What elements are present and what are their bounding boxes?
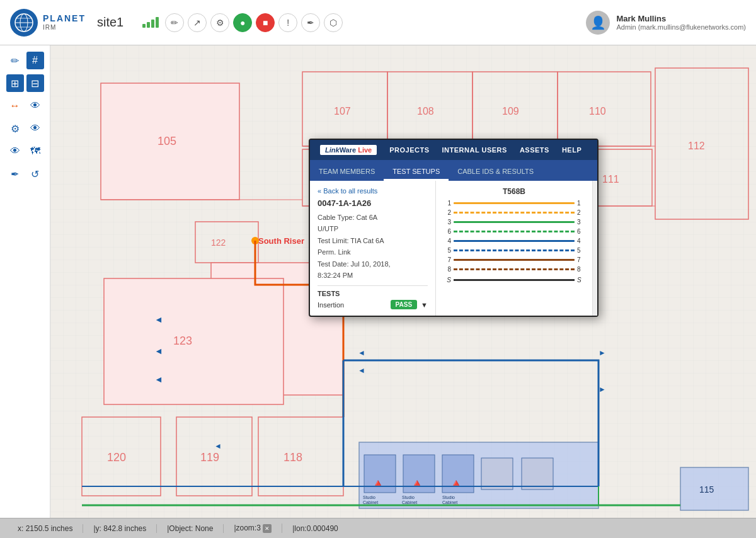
wire-num-1r: 1 xyxy=(577,200,586,207)
svg-rect-62 xyxy=(680,467,748,510)
tab-test-setups[interactable]: TEST SETUPS xyxy=(384,164,449,181)
wiring-title: T568B xyxy=(442,187,586,196)
test-dropdown[interactable]: ▼ xyxy=(421,301,428,309)
popup-body: « Back to all results 0047-1A-1A26 Cable… xyxy=(310,181,597,316)
wire-num-2l: 2 xyxy=(442,209,451,216)
edit-icon[interactable]: ✏ xyxy=(165,13,184,32)
status-zoom: |zoom:3 ✕ xyxy=(224,524,282,533)
stop-icon[interactable]: ■ xyxy=(256,13,275,32)
svg-rect-35 xyxy=(104,278,284,404)
shuffle-button[interactable]: ↔ xyxy=(6,97,24,115)
wire-line-1 xyxy=(454,202,575,204)
map-button[interactable]: 🗺 xyxy=(26,142,44,160)
tests-label: TESTS xyxy=(318,285,428,297)
status-x: x: 2150.5 inches xyxy=(8,524,83,533)
wire-line-4 xyxy=(454,240,575,242)
popup-nav-help[interactable]: HELP xyxy=(562,146,581,154)
wire-num-5l: 5 xyxy=(442,247,451,254)
popup-nav-projects[interactable]: PROJECTS xyxy=(389,146,429,154)
svg-text:🔺: 🔺 xyxy=(411,477,423,489)
sidebar-row-5: 👁 🗺 xyxy=(6,142,44,160)
svg-text:105: 105 xyxy=(158,135,176,147)
sidebar-row-4: ⚙ 👁 xyxy=(6,120,44,137)
pen2-button[interactable]: ✒ xyxy=(6,165,24,183)
popup-logo: LinkWare Live xyxy=(320,145,377,155)
wire-num-7l: 7 xyxy=(442,256,451,263)
wire-shield-row: S S xyxy=(442,277,586,283)
settings2-button[interactable]: ⚙ xyxy=(6,120,24,137)
site-name: site1 xyxy=(97,15,123,30)
svg-text:122: 122 xyxy=(211,238,226,248)
wire-line-7 xyxy=(454,259,575,261)
wire-num-4l: 4 xyxy=(442,238,451,244)
wire-num-3l: 3 xyxy=(442,219,451,226)
wire-num-5r: 5 xyxy=(577,247,586,254)
logo-area: PLANET IRM site1 xyxy=(10,9,123,37)
svg-rect-51 xyxy=(481,458,513,489)
wire-row-2: 2 2 xyxy=(442,209,586,216)
svg-text:►: ► xyxy=(598,385,606,394)
wire-num-1l: 1 xyxy=(442,200,451,207)
svg-text:Cabinet: Cabinet xyxy=(442,500,457,505)
preview-button[interactable]: 👁 xyxy=(6,142,24,160)
svg-text:Cabinet: Cabinet xyxy=(402,500,417,505)
tab-cable-ids[interactable]: CABLE IDS & RESULTS xyxy=(449,164,542,181)
popup-right-panel: T568B 1 1 2 2 3 3 xyxy=(436,181,592,316)
settings-icon[interactable]: ⚙ xyxy=(210,13,229,32)
layers-button[interactable]: ⊟ xyxy=(26,74,44,92)
popup-tabs: TEAM MEMBERS TEST SETUPS CABLE IDS & RES… xyxy=(310,160,597,181)
wire-num-4r: 4 xyxy=(577,238,586,244)
detail-3: Perm. Link xyxy=(318,248,428,257)
tab-team-members[interactable]: TEAM MEMBERS xyxy=(310,164,384,181)
svg-text:◄: ◄ xyxy=(154,374,163,384)
select-button[interactable]: ⊞ xyxy=(6,74,24,92)
svg-text:115: 115 xyxy=(699,484,714,495)
wire-row-3: 3 3 xyxy=(442,219,586,226)
pen-icon[interactable]: ✒ xyxy=(301,13,320,32)
grid-button[interactable]: # xyxy=(26,52,44,69)
statusbar: x: 2150.5 inches |y: 842.8 inches |Objec… xyxy=(0,518,756,538)
wire-row-5: 5 5 xyxy=(442,247,586,254)
detail-5: 8:32:24 PM xyxy=(318,271,428,280)
svg-text:109: 109 xyxy=(502,106,519,117)
logo-sub: IRM xyxy=(43,24,86,31)
wire-line-5 xyxy=(454,249,575,251)
wire-row-1: 1 1 xyxy=(442,200,586,207)
sidebar-row-3: ↔ 👁 xyxy=(6,97,44,115)
popup-navbar: LinkWare Live PROJECTS INTERNAL USERS AS… xyxy=(310,140,597,160)
svg-text:🔺: 🔺 xyxy=(450,477,462,489)
wire-num-6r: 6 xyxy=(577,228,586,235)
popup-modal: LinkWare Live PROJECTS INTERNAL USERS AS… xyxy=(309,139,598,317)
eye-button[interactable]: 👁 xyxy=(26,97,44,115)
user-name: Mark Mullins xyxy=(616,14,746,23)
export-icon[interactable]: ⬡ xyxy=(324,13,343,32)
popup-nav-internal-users[interactable]: INTERNAL USERS xyxy=(442,146,507,154)
logo-globe xyxy=(10,9,38,37)
record-icon[interactable]: ● xyxy=(233,13,252,32)
draw-tool-button[interactable]: ✏ xyxy=(6,52,24,69)
shield-left-label: S xyxy=(442,277,451,283)
svg-text:112: 112 xyxy=(688,140,705,151)
logo-brand: PLANET xyxy=(43,14,86,23)
popup-nav-assets[interactable]: ASSETS xyxy=(520,146,549,154)
view-button[interactable]: 👁 xyxy=(26,120,44,137)
back-link[interactable]: « Back to all results xyxy=(318,187,428,195)
topbar: PLANET IRM site1 ✏ ↗ ⚙ ● ■ ! ✒ ⬡ 👤 Mark … xyxy=(0,0,756,45)
refresh-button[interactable]: ↺ xyxy=(26,165,44,183)
zoom-reset-button[interactable]: ✕ xyxy=(263,524,272,533)
alert-icon[interactable]: ! xyxy=(278,13,297,32)
status-lon: |lon:0.000490 xyxy=(282,524,348,533)
detail-1: U/UTP xyxy=(318,224,428,234)
trend-icon[interactable]: ↗ xyxy=(188,13,207,32)
wire-num-6l: 6 xyxy=(442,228,451,235)
svg-text:123: 123 xyxy=(173,335,192,347)
svg-text:120: 120 xyxy=(107,451,126,464)
sidebar-row-6: ✒ ↺ xyxy=(6,165,44,183)
logo-text: PLANET IRM xyxy=(43,14,86,30)
detail-4: Test Date: Jul 10, 2018, xyxy=(318,260,428,269)
svg-text:◄: ◄ xyxy=(214,442,222,450)
scrollbar[interactable] xyxy=(592,181,597,316)
wire-line-3 xyxy=(454,221,575,223)
wire-line-2 xyxy=(454,212,575,214)
wire-num-8l: 8 xyxy=(442,266,451,273)
